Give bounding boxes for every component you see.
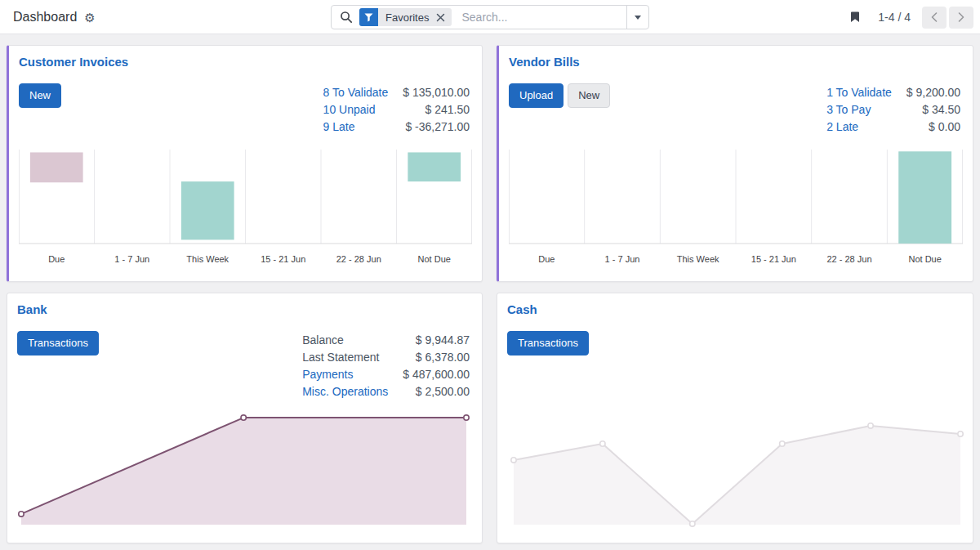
cash-line-chart <box>514 422 960 544</box>
search-icon <box>332 11 359 24</box>
svg-text:15 - 21 Jun: 15 - 21 Jun <box>261 254 305 264</box>
stat-value: $ 487,600.00 <box>403 366 470 383</box>
breadcrumb: Dashboard ⚙ <box>13 0 96 34</box>
accounting-dashboard-screen: Dashboard ⚙ Favorites Search... <box>0 0 980 550</box>
stat-value: $ 0.00 <box>929 118 960 136</box>
pager-range: 1-4 / 4 <box>878 11 911 24</box>
control-panel: Dashboard ⚙ Favorites Search... <box>0 0 980 34</box>
svg-text:This Week: This Week <box>677 254 719 264</box>
svg-text:Due: Due <box>538 254 555 264</box>
card-title-cash[interactable]: Cash <box>507 302 537 316</box>
stats-list: Balance$ 9,944.87Last Statement$ 6,378.0… <box>302 332 470 400</box>
pager: 1-4 / 4 <box>850 0 973 34</box>
card-buttons: Transactions <box>507 331 589 355</box>
stat-label: Last Statement <box>302 349 379 366</box>
pager-buttons <box>922 7 973 29</box>
stat-label[interactable]: 8 To Validate <box>323 84 389 101</box>
stat-label[interactable]: 10 Unpaid <box>323 101 376 118</box>
card-title-bank[interactable]: Bank <box>17 302 47 316</box>
svg-text:1 - 7 Jun: 1 - 7 Jun <box>114 254 149 264</box>
stat-label[interactable]: Misc. Operations <box>302 383 388 400</box>
stat-label: Balance <box>302 332 344 349</box>
chevron-left-icon <box>931 12 938 22</box>
stat-value: $ 135,010.00 <box>403 84 470 101</box>
pager-next-button[interactable] <box>949 7 973 29</box>
card-buttons: Transactions <box>17 331 99 355</box>
search-input[interactable]: Search... <box>461 11 507 24</box>
search-dropdown-toggle[interactable] <box>626 6 648 29</box>
card-buttons: UploadNew <box>509 83 610 108</box>
stat-value: $ 2,500.00 <box>416 383 470 400</box>
transactions-button[interactable]: Transactions <box>17 331 99 355</box>
vendor-bills-bar-chart: Due1 - 7 JunThis Week15 - 21 Jun22 - 28 … <box>509 148 963 271</box>
svg-text:22 - 28 Jun: 22 - 28 Jun <box>336 254 381 264</box>
stat-value: $ 9,200.00 <box>906 84 960 101</box>
stat-value: $ 6,378.00 <box>416 349 470 366</box>
stat-label[interactable]: 9 Late <box>323 118 355 136</box>
transactions-button[interactable]: Transactions <box>507 331 589 355</box>
stat-value: $ 34.50 <box>922 101 960 118</box>
card-customer-invoices[interactable]: Customer Invoices New 8 To Validate$ 135… <box>7 45 483 282</box>
gear-icon[interactable]: ⚙ <box>84 11 95 24</box>
new-button[interactable]: New <box>568 83 610 108</box>
bookmark-icon[interactable] <box>850 11 860 23</box>
svg-text:Not Due: Not Due <box>908 254 941 264</box>
card-bank[interactable]: Bank Transactions Balance$ 9,944.87Last … <box>7 293 483 543</box>
stat-value: $ 9,944.87 <box>416 332 470 349</box>
stat-label[interactable]: 1 To Validate <box>826 84 892 101</box>
stat-value: $ 241.50 <box>425 101 470 118</box>
stat-label[interactable]: 2 Late <box>826 118 858 136</box>
upload-button[interactable]: Upload <box>509 83 564 108</box>
page-title: Dashboard <box>13 10 77 25</box>
stats-list: 8 To Validate$ 135,010.0010 Unpaid$ 241.… <box>323 84 470 136</box>
svg-text:22 - 28 Jun: 22 - 28 Jun <box>826 254 871 264</box>
svg-text:15 - 21 Jun: 15 - 21 Jun <box>751 254 796 264</box>
chevron-right-icon <box>958 12 964 22</box>
search-bar[interactable]: Favorites Search... <box>331 5 649 29</box>
stats-list: 1 To Validate$ 9,200.003 To Pay$ 34.502 … <box>826 84 960 136</box>
svg-text:This Week: This Week <box>186 254 229 264</box>
favorites-facet: Favorites <box>359 8 452 26</box>
svg-text:Due: Due <box>48 254 65 264</box>
card-buttons: New <box>19 83 61 108</box>
facet-label: Favorites <box>378 8 434 26</box>
facet-remove-icon[interactable] <box>434 8 452 26</box>
new-button[interactable]: New <box>19 83 61 108</box>
card-title-customer-invoices[interactable]: Customer Invoices <box>19 55 128 69</box>
card-title-vendor-bills[interactable]: Vendor Bills <box>509 55 580 69</box>
svg-text:Not Due: Not Due <box>418 254 451 264</box>
customer-invoices-bar-chart: Due1 - 7 JunThis Week15 - 21 Jun22 - 28 … <box>19 148 472 271</box>
caret-down-icon <box>635 16 641 20</box>
card-vendor-bills[interactable]: Vendor Bills UploadNew 1 To Validate$ 9,… <box>497 45 973 282</box>
stat-label[interactable]: Payments <box>302 366 353 383</box>
stat-label[interactable]: 3 To Pay <box>826 101 871 118</box>
filter-icon <box>359 8 378 26</box>
card-cash[interactable]: Cash Transactions <box>497 293 973 543</box>
svg-text:1 - 7 Jun: 1 - 7 Jun <box>605 254 640 264</box>
pager-previous-button[interactable] <box>922 7 947 29</box>
stat-value: $ -36,271.00 <box>405 118 470 136</box>
bank-line-chart <box>17 409 466 532</box>
